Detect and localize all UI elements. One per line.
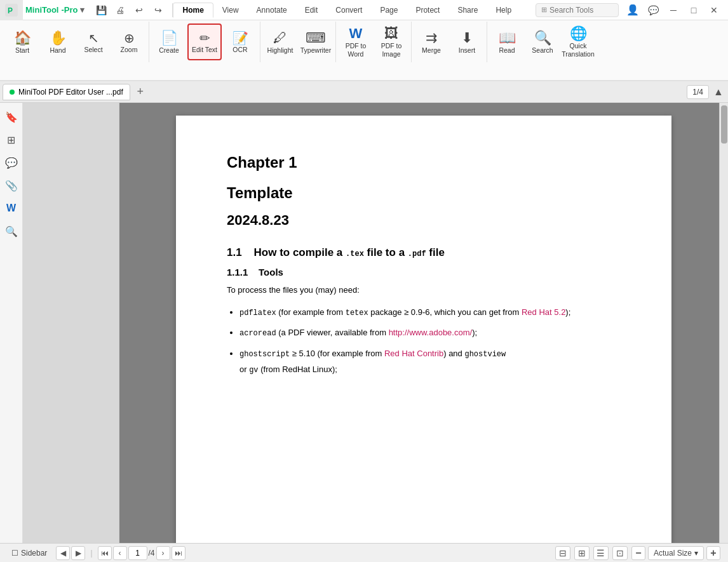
pdf-chapter: Chapter 1 xyxy=(227,154,621,171)
bookmark-icon[interactable]: 🔖 xyxy=(3,108,20,126)
pdf-to-image-btn[interactable]: 🖼 PDF to Image xyxy=(374,23,408,60)
insert-label: Insert xyxy=(459,46,475,55)
pages-icon[interactable]: ⊞ xyxy=(3,131,20,149)
minimize-btn[interactable]: ─ xyxy=(664,3,682,17)
search-ribbon-btn[interactable]: 🔍 Search xyxy=(525,23,560,60)
last-page-btn[interactable]: ⏭ xyxy=(172,546,185,560)
app-name: MiniTool-Pro ▾ xyxy=(23,5,87,15)
vertical-scrollbar[interactable] xyxy=(719,103,728,543)
profile-btn[interactable]: 👤 xyxy=(624,3,642,17)
search-ribbon-icon: 🔍 xyxy=(534,31,551,45)
menu-edit[interactable]: Edit xyxy=(296,3,327,18)
maximize-btn[interactable]: □ xyxy=(685,3,703,17)
pdf-area[interactable]: Chapter 1 Template 2024.8.23 1.1 How to … xyxy=(119,103,728,543)
close-btn[interactable]: ✕ xyxy=(705,3,723,17)
list-item-3: ghostscript ≥ 5.10 (for example from Red… xyxy=(239,346,621,377)
view-fit-btn[interactable]: ⊡ xyxy=(612,546,628,560)
left-panel xyxy=(23,103,119,543)
app-logo: P xyxy=(0,0,23,20)
search-tools-input[interactable] xyxy=(549,6,613,15)
scrollbar-thumb[interactable] xyxy=(721,105,727,144)
ribbon-group-convert: W PDF to Word 🖼 PDF to Image xyxy=(336,22,412,62)
typewriter-btn[interactable]: ⌨ Typewriter xyxy=(299,23,333,60)
page-number-display: 1 /4 xyxy=(687,85,709,99)
read-icon: 📖 xyxy=(499,31,516,45)
menu-annotate[interactable]: Annotate xyxy=(248,3,296,18)
app-dropdown-icon[interactable]: ▾ xyxy=(80,5,84,15)
zoom-in-btn[interactable]: + xyxy=(706,546,720,560)
hand-btn[interactable]: ✋ Hand xyxy=(41,23,75,60)
view-double-btn[interactable]: ⊞ xyxy=(574,546,590,560)
adobe-link[interactable]: http://www.adobe.com/ xyxy=(389,328,473,337)
redhat52-link[interactable]: Red Hat 5.2 xyxy=(522,307,565,317)
svg-text:P: P xyxy=(8,6,13,15)
read-label: Read xyxy=(499,46,515,55)
zoom-label-btn[interactable]: Actual Size ▾ xyxy=(648,546,704,560)
ribbon-group-tools: 📖 Read 🔍 Search 🌐 Quick Translation xyxy=(487,22,598,62)
page-input[interactable] xyxy=(128,546,147,560)
first-page-btn[interactable]: ⏮ xyxy=(98,546,112,560)
select-btn[interactable]: ↖ Select xyxy=(76,23,111,60)
pdf-list: pdflatex (for example from tetex package… xyxy=(239,305,621,377)
pdf-to-word-icon: W xyxy=(349,27,363,41)
print-titlebar-btn[interactable]: 🖨 xyxy=(111,3,129,17)
next-page-btn[interactable]: › xyxy=(156,546,170,560)
zoom-label: Zoom xyxy=(121,46,138,54)
menu-help[interactable]: Help xyxy=(487,3,520,18)
save-titlebar-btn[interactable]: 💾 xyxy=(92,3,110,17)
undo-btn[interactable]: ↩ xyxy=(130,3,148,17)
prev-page-btn[interactable]: ‹ xyxy=(113,546,127,560)
create-btn[interactable]: 📄 Create xyxy=(152,23,186,60)
ribbon-group-edit: 📄 Create ✏ Edit Text 📝 OCR xyxy=(149,22,260,62)
ocr-btn[interactable]: 📝 OCR xyxy=(223,23,257,60)
comment-icon[interactable]: 💬 xyxy=(3,154,20,171)
hand-label: Hand xyxy=(50,46,65,55)
ribbon-group-annotate: 🖊 Highlight ⌨ Typewriter xyxy=(260,22,336,62)
pdf-subsection1: 1.1.1 Tools xyxy=(227,267,621,278)
read-btn[interactable]: 📖 Read xyxy=(490,23,524,60)
start-btn[interactable]: 🏠 Start xyxy=(5,23,39,60)
ocr-icon: 📝 xyxy=(233,32,248,44)
view-single-btn[interactable]: ⊟ xyxy=(555,546,570,560)
doc-tab[interactable]: MiniTool PDF Editor User ...pdf xyxy=(3,84,130,100)
select-label: Select xyxy=(84,46,102,54)
quick-translation-btn[interactable]: 🌐 Quick Translation xyxy=(561,23,595,60)
pdf-to-image-label: PDF to Image xyxy=(377,42,406,58)
insert-btn[interactable]: ⬇ Insert xyxy=(450,23,484,60)
chat-btn[interactable]: 💬 xyxy=(644,3,662,17)
collapse-panel-btn[interactable]: ▲ xyxy=(711,85,725,99)
sidebar-right-btn[interactable]: ▶ xyxy=(71,546,85,560)
add-tab-btn[interactable]: + xyxy=(133,84,148,100)
redo-btn[interactable]: ↪ xyxy=(149,3,167,17)
start-icon: 🏠 xyxy=(14,31,31,45)
menu-view[interactable]: View xyxy=(213,3,248,18)
zoom-icon: ⊕ xyxy=(124,32,135,44)
search-tools-icon: ⊞ xyxy=(541,6,547,14)
edit-text-btn[interactable]: ✏ Edit Text xyxy=(187,23,222,60)
create-icon: 📄 xyxy=(161,31,178,45)
title-menu: Home View Annotate Edit Convert Page Pro… xyxy=(173,3,530,18)
pdf-para1: To process the files you (may) need: xyxy=(227,284,621,297)
menu-share[interactable]: Share xyxy=(448,3,487,18)
menu-page[interactable]: Page xyxy=(371,3,407,18)
menu-protect[interactable]: Protect xyxy=(407,3,448,18)
word-sidebar-icon[interactable]: W xyxy=(3,199,20,217)
pdf-to-word-btn[interactable]: W PDF to Word xyxy=(339,23,373,60)
attachment-icon[interactable]: 📎 xyxy=(3,177,20,194)
sidebar-toggle-btn[interactable]: ☐ Sidebar xyxy=(8,547,51,559)
highlight-btn[interactable]: 🖊 Highlight xyxy=(263,23,297,60)
menu-convert[interactable]: Convert xyxy=(327,3,371,18)
merge-btn[interactable]: ⇉ Merge xyxy=(414,23,448,60)
typewriter-icon: ⌨ xyxy=(306,31,326,45)
zoom-out-btn[interactable]: − xyxy=(631,546,645,560)
search-side-icon[interactable]: 🔍 xyxy=(3,222,20,240)
ocr-label: OCR xyxy=(233,46,247,54)
zoom-btn[interactable]: ⊕ Zoom xyxy=(112,23,146,60)
view-scroll-btn[interactable]: ☰ xyxy=(593,546,609,560)
tab-bar-right: 1 /4 ▲ xyxy=(687,85,725,99)
sidebar-left-btn[interactable]: ◀ xyxy=(56,546,70,560)
menu-home[interactable]: Home xyxy=(173,3,213,18)
redhat-contrib-link[interactable]: Red Hat Contrib xyxy=(384,349,443,358)
search-tools-box[interactable]: ⊞ xyxy=(536,3,619,17)
page-nav-btns: ⏮ ‹ /4 › ⏭ xyxy=(98,546,185,560)
